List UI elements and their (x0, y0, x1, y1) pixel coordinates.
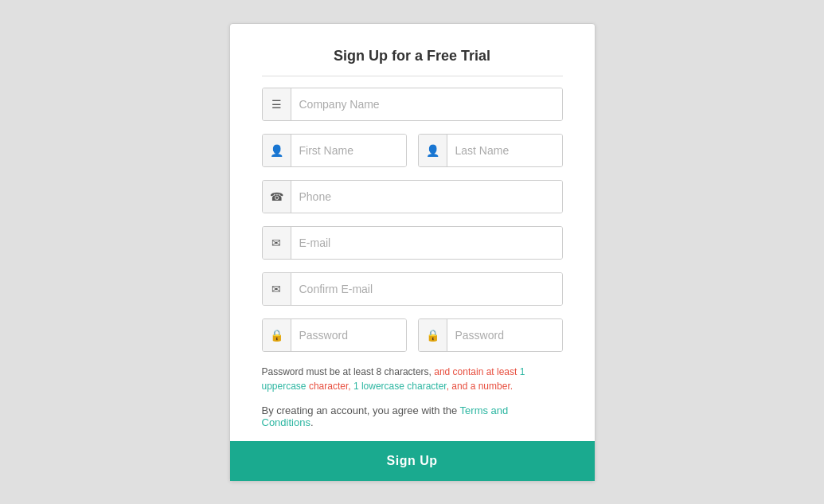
phone-group: ☎ (262, 180, 563, 213)
password-hint-prefix: Password must be at least 8 characters, (262, 366, 435, 377)
terms-text: By creating an account, you agree with t… (262, 404, 563, 428)
person-icon-first: 👤 (263, 135, 291, 166)
phone-icon: ☎ (263, 181, 291, 213)
last-name-input-wrapper: 👤 (418, 134, 563, 167)
password-hint-and: and contain at least (434, 366, 519, 377)
password-row: 🔒 🔒 (262, 318, 563, 352)
email-group: ✉ (262, 226, 563, 260)
envelope-icon-email: ✉ (263, 227, 291, 259)
company-name-group: ☰ (262, 88, 563, 121)
first-name-input-wrapper: 👤 (262, 134, 407, 167)
signup-form-card: Sign Up for a Free Trial ☰ 👤 👤 ☎ ✉ (229, 23, 596, 482)
password-hint-suffix: , and a number. (447, 381, 513, 392)
first-name-input[interactable] (291, 135, 407, 166)
name-row: 👤 👤 (262, 134, 563, 167)
terms-prefix: By creating an account, you agree with t… (262, 404, 460, 416)
password-input[interactable] (291, 319, 407, 351)
lock-icon-confirm: 🔒 (419, 319, 447, 351)
person-icon-last: 👤 (419, 135, 447, 166)
email-input[interactable] (291, 227, 562, 259)
password-input-wrapper: 🔒 (262, 318, 407, 352)
last-name-input[interactable] (447, 135, 563, 166)
form-title: Sign Up for a Free Trial (262, 48, 563, 76)
password-hint-1lower: 1 lowercase character (353, 381, 447, 392)
company-name-input[interactable] (291, 88, 562, 120)
confirm-password-input[interactable] (447, 319, 563, 351)
confirm-email-input-wrapper: ✉ (262, 272, 563, 306)
terms-suffix: . (310, 416, 314, 428)
sign-up-button[interactable]: Sign Up (230, 441, 595, 481)
confirm-email-group: ✉ (262, 272, 563, 306)
password-hint: Password must be at least 8 characters, … (262, 365, 563, 393)
email-input-wrapper: ✉ (262, 226, 563, 260)
confirm-password-input-wrapper: 🔒 (418, 318, 563, 352)
lock-icon-password: 🔒 (263, 319, 291, 351)
company-name-input-wrapper: ☰ (262, 88, 563, 121)
password-hint-sep1: character, (307, 381, 353, 392)
envelope-icon-confirm: ✉ (263, 273, 291, 305)
building-icon: ☰ (263, 88, 291, 120)
confirm-email-input[interactable] (291, 273, 562, 305)
phone-input-wrapper: ☎ (262, 180, 563, 213)
phone-input[interactable] (291, 181, 562, 213)
